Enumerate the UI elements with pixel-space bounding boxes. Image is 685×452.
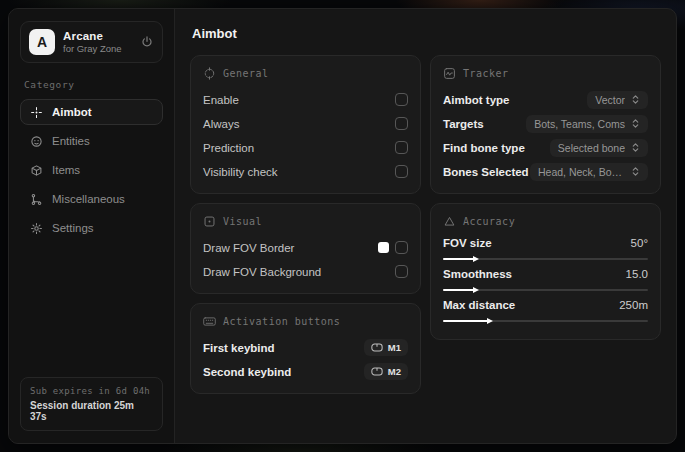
setting-row: Visibility check — [203, 161, 408, 182]
chevron-up-down-icon — [631, 94, 640, 105]
second-keybind-button[interactable]: M2 — [364, 363, 408, 380]
setting-row: First keybind M1 — [203, 337, 408, 358]
find-bone-type-select[interactable]: Selected bone — [550, 139, 648, 157]
visual-card: Visual Draw FOV Border Draw FOV Backgrou… — [190, 203, 421, 294]
activation-card: Activation buttons First keybind M1 Seco… — [190, 303, 421, 394]
prediction-checkbox[interactable] — [395, 141, 408, 154]
always-checkbox[interactable] — [395, 117, 408, 130]
app-logo: A — [29, 29, 55, 55]
app-window: A Arcane for Gray Zone Category Aimbot E… — [8, 8, 677, 444]
bones-selected-select[interactable]: Head, Neck, Body, Pe.. — [530, 163, 648, 181]
max-distance-value: 250m — [619, 299, 648, 311]
card-title: Accuracy — [463, 216, 515, 227]
setting-row: Draw FOV Border — [203, 237, 408, 258]
draw-fov-border-checkbox[interactable] — [395, 241, 408, 254]
setting-row: Enable — [203, 89, 408, 110]
entity-icon — [30, 135, 43, 148]
card-title: General — [223, 68, 269, 79]
triangle-icon — [443, 215, 456, 228]
sidebar-item-label: Items — [52, 164, 80, 176]
gear-icon — [30, 222, 43, 235]
targets-select[interactable]: Bots, Teams, Coms — [526, 115, 648, 133]
subscription-expiry: Sub expires in 6d 04h — [30, 386, 153, 396]
sidebar-item-label: Settings — [52, 222, 94, 234]
sidebar-item-miscellaneous[interactable]: Miscellaneous — [20, 186, 163, 212]
mouse-icon — [371, 367, 383, 376]
first-keybind-button[interactable]: M1 — [364, 339, 408, 356]
main-panel: Aimbot General Enable Alwa — [175, 9, 676, 443]
sidebar-item-aimbot[interactable]: Aimbot — [20, 99, 163, 125]
sidebar-item-settings[interactable]: Settings — [20, 215, 163, 241]
draw-fov-background-checkbox[interactable] — [395, 265, 408, 278]
sidebar-item-label: Entities — [52, 135, 90, 147]
visibility-check-checkbox[interactable] — [395, 165, 408, 178]
mouse-icon — [371, 343, 383, 352]
session-duration: Session duration 25m 37s — [30, 400, 153, 422]
brand-subtitle: for Gray Zone — [63, 43, 132, 54]
setting-row: Targets Bots, Teams, Coms — [443, 113, 648, 134]
smoothness-value: 15.0 — [626, 268, 648, 280]
box-icon — [30, 164, 43, 177]
max-distance-slider[interactable] — [443, 320, 648, 322]
setting-row: Always — [203, 113, 408, 134]
aimbot-type-select[interactable]: Vector — [587, 91, 648, 109]
setting-row: Smoothness 15.0 — [443, 268, 648, 291]
crosshair-icon — [30, 106, 43, 119]
sidebar-item-entities[interactable]: Entities — [20, 128, 163, 154]
card-title: Tracker — [463, 68, 509, 79]
brand-card: A Arcane for Gray Zone — [20, 21, 163, 63]
chevron-up-down-icon — [631, 166, 640, 177]
power-icon[interactable] — [140, 35, 154, 49]
sidebar: A Arcane for Gray Zone Category Aimbot E… — [9, 9, 175, 443]
sidebar-item-label: Aimbot — [52, 106, 92, 118]
smoothness-slider[interactable] — [443, 289, 648, 291]
sidebar-item-items[interactable]: Items — [20, 157, 163, 183]
setting-row: FOV size 50° — [443, 237, 648, 260]
card-title: Visual — [223, 216, 262, 227]
activity-icon — [443, 67, 456, 80]
accuracy-card: Accuracy FOV size 50° Smoothness — [430, 203, 661, 340]
session-card: Sub expires in 6d 04h Session duration 2… — [20, 377, 163, 431]
brand-title: Arcane — [63, 30, 132, 42]
crosshair-icon — [203, 67, 216, 80]
keyboard-icon — [203, 315, 216, 328]
sidebar-item-label: Miscellaneous — [52, 193, 125, 205]
branch-icon — [30, 193, 43, 206]
fov-border-color-swatch[interactable] — [378, 242, 389, 253]
fov-size-value: 50° — [631, 237, 648, 249]
setting-row: Draw FOV Background — [203, 261, 408, 282]
page-title: Aimbot — [192, 26, 659, 41]
setting-row: Prediction — [203, 137, 408, 158]
setting-row: Max distance 250m — [443, 299, 648, 322]
setting-row: Bones Selected Head, Neck, Body, Pe.. — [443, 161, 648, 182]
frame-icon — [203, 215, 216, 228]
setting-row: Aimbot type Vector — [443, 89, 648, 110]
setting-row: Find bone type Selected bone — [443, 137, 648, 158]
category-label: Category — [24, 79, 159, 90]
tracker-card: Tracker Aimbot type Vector Targets Bots,… — [430, 55, 661, 194]
card-title: Activation buttons — [223, 316, 340, 327]
fov-size-slider[interactable] — [443, 258, 648, 260]
chevron-up-down-icon — [631, 118, 640, 129]
general-card: General Enable Always Prediction — [190, 55, 421, 194]
chevron-up-down-icon — [631, 142, 640, 153]
enable-checkbox[interactable] — [395, 93, 408, 106]
setting-row: Second keybind M2 — [203, 361, 408, 382]
